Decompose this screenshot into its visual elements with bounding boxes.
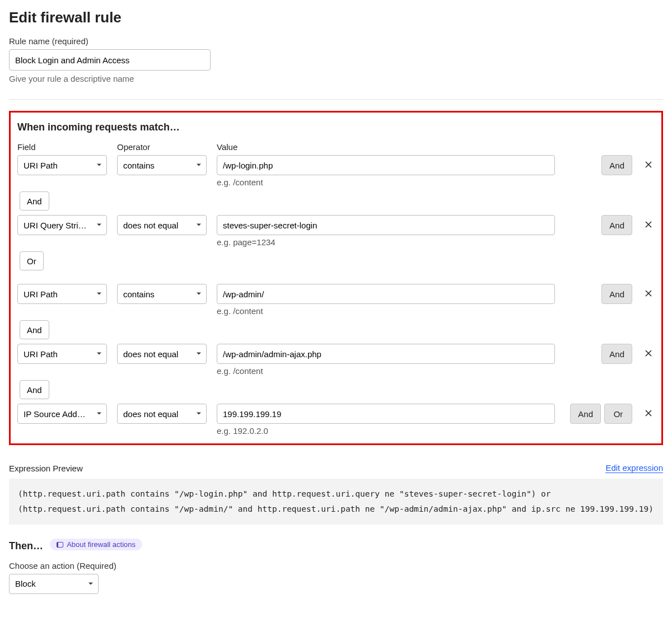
and-connector-button[interactable]: And (20, 191, 49, 211)
field-select[interactable]: IP Source Add… (17, 404, 107, 424)
field-select[interactable]: URI Query Stri… (17, 215, 107, 235)
hint-row: e.g. /content (17, 177, 655, 187)
remove-row-button[interactable] (642, 159, 655, 171)
operator-select-value: contains (123, 161, 155, 170)
choose-action-label: Choose an action (Required) (9, 561, 663, 570)
condition-row: URI Path contains And (17, 155, 655, 175)
rule-name-label: Rule name (required) (9, 36, 663, 46)
value-input[interactable] (217, 284, 555, 304)
edit-expression-link[interactable]: Edit expression (605, 463, 663, 473)
close-icon (644, 409, 653, 420)
operator-select-value: does not equal (123, 409, 178, 419)
operator-select-value: does not equal (123, 349, 178, 359)
value-input[interactable] (217, 215, 555, 235)
operator-select[interactable]: does not equal (117, 344, 207, 364)
remove-row-button[interactable] (642, 348, 655, 360)
page-title: Edit firewall rule (9, 9, 663, 26)
value-input[interactable] (217, 155, 555, 175)
and-button[interactable]: And (601, 215, 632, 235)
field-select-value: URI Query Stri… (24, 221, 87, 230)
and-connector-button[interactable]: And (20, 380, 49, 399)
operator-select-value: contains (123, 289, 155, 299)
value-hint: e.g. /content (217, 177, 555, 187)
operator-select[interactable]: does not equal (117, 215, 207, 235)
condition-row: URI Path contains And (17, 284, 655, 304)
condition-row: URI Path does not equal And (17, 344, 655, 364)
hint-row: e.g. /content (17, 366, 655, 376)
and-button[interactable]: And (601, 155, 632, 175)
divider (9, 99, 663, 100)
remove-row-button[interactable] (642, 219, 655, 231)
col-header-value: Value (217, 142, 555, 152)
expression-preview-code: (http.request.uri.path contains "/wp-log… (9, 479, 663, 525)
hint-row: e.g. 192.0.2.0 (17, 426, 655, 436)
close-icon (644, 220, 653, 231)
and-button[interactable]: And (601, 284, 632, 304)
value-hint: e.g. page=1234 (217, 237, 555, 247)
hint-row: e.g. /content (17, 306, 655, 316)
value-input[interactable] (217, 344, 555, 364)
close-icon (644, 160, 653, 171)
about-firewall-actions-pill[interactable]: About firewall actions (50, 539, 142, 550)
col-header-operator: Operator (117, 142, 207, 152)
rule-name-input[interactable] (9, 49, 211, 71)
book-icon (57, 542, 63, 548)
then-heading: Then… (9, 540, 43, 552)
match-heading: When incoming requests match… (17, 121, 655, 133)
operator-select[interactable]: does not equal (117, 404, 207, 424)
condition-row: IP Source Add… does not equal AndOr (17, 404, 655, 424)
and-button[interactable]: And (601, 344, 632, 364)
and-connector-button[interactable]: And (20, 320, 49, 339)
condition-row: URI Query Stri… does not equal And (17, 215, 655, 235)
remove-row-button[interactable] (642, 408, 655, 420)
value-hint: e.g. /content (217, 366, 555, 376)
field-select[interactable]: URI Path (17, 344, 107, 364)
operator-select[interactable]: contains (117, 284, 207, 304)
field-select-value: IP Source Add… (24, 409, 86, 419)
value-hint: e.g. /content (217, 306, 555, 316)
value-hint: e.g. 192.0.2.0 (217, 426, 555, 436)
close-icon (644, 349, 653, 360)
or-button[interactable]: Or (604, 404, 632, 424)
field-select[interactable]: URI Path (17, 155, 107, 175)
match-conditions-box: When incoming requests match… Field Oper… (9, 111, 663, 445)
operator-select[interactable]: contains (117, 155, 207, 175)
field-select-value: URI Path (24, 349, 58, 359)
or-connector-button[interactable]: Or (20, 251, 44, 270)
close-icon (644, 289, 653, 300)
value-input[interactable] (217, 404, 555, 424)
action-select-value: Block (15, 579, 36, 588)
and-button[interactable]: And (570, 404, 601, 424)
hint-row: e.g. page=1234 (17, 237, 655, 247)
expression-preview-label: Expression Preview (9, 464, 83, 473)
field-select-value: URI Path (24, 289, 58, 299)
field-select-value: URI Path (24, 161, 58, 170)
operator-select-value: does not equal (123, 221, 178, 230)
about-firewall-actions-text: About firewall actions (67, 540, 136, 549)
rule-name-help: Give your rule a descriptive name (9, 74, 663, 83)
remove-row-button[interactable] (642, 288, 655, 300)
field-select[interactable]: URI Path (17, 284, 107, 304)
action-select[interactable]: Block (9, 574, 99, 594)
col-header-field: Field (17, 142, 107, 152)
